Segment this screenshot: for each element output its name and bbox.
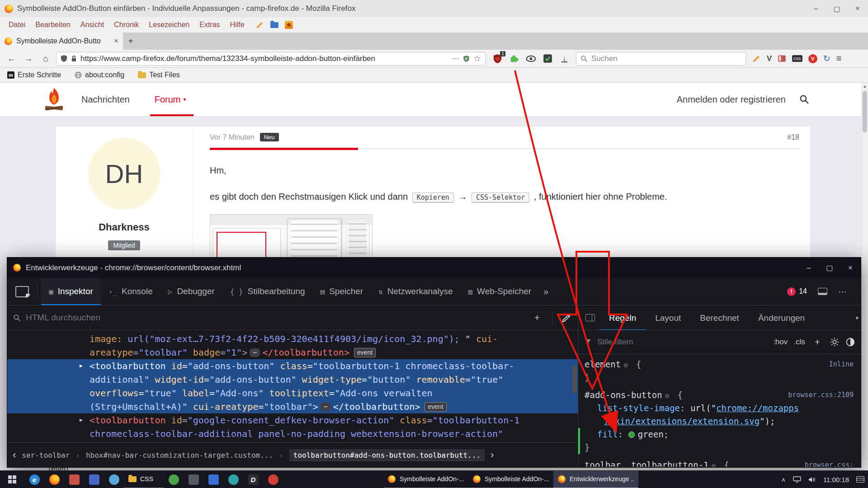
menu-bearbeiten[interactable]: Bearbeiten xyxy=(30,19,75,31)
rule-selector[interactable]: #add-ons-button xyxy=(585,390,662,400)
page-action-shield-icon[interactable] xyxy=(463,55,470,62)
markup-line[interactable]: (Strg+Umschalt+A)" cui-areatype="toolbar… xyxy=(7,400,578,413)
toggle-3-pane-icon[interactable] xyxy=(585,314,595,321)
taskbar-lightblue-app-icon[interactable] xyxy=(104,471,124,488)
devtools-tab-web-speicher[interactable]: ▥Web-Speicher xyxy=(460,278,539,305)
devtools-close-button[interactable]: × xyxy=(840,258,861,278)
filter-placeholder[interactable]: Stile filtern xyxy=(597,338,767,347)
menu-ansicht[interactable]: Ansicht xyxy=(75,19,109,31)
devtools-tab-stilbearbeitung[interactable]: { }Stilbearbeitung xyxy=(222,278,313,305)
node-picker-icon[interactable]: ◤ xyxy=(15,286,29,297)
markup-search-bar[interactable]: HTML durchsuchen + xyxy=(7,305,578,330)
devtools-tab-inspektor[interactable]: ▣Inspektor xyxy=(41,278,101,305)
breadcrumb-scroll-left-icon[interactable]: ‹ xyxy=(13,449,16,461)
highlighter-icon[interactable] xyxy=(752,54,761,63)
menu-lesezeichen[interactable]: Lesezeichen xyxy=(144,19,194,31)
bookmark-test-files[interactable]: Test Files xyxy=(138,71,180,79)
url-overflow-icon[interactable]: ⋯ xyxy=(452,54,459,63)
devtools-menu-icon[interactable]: ⋯ xyxy=(838,286,847,297)
rule-source-link[interactable]: browser.css: xyxy=(805,459,854,467)
markup-line[interactable]: overflows="true" label="Add-ons" tooltip… xyxy=(7,386,578,400)
markup-line[interactable]: ▶<toolbarbutton id="google-consent_defke… xyxy=(7,413,578,427)
taskbar-blue-app-icon[interactable] xyxy=(84,471,104,488)
css-extension-icon[interactable]: css xyxy=(792,55,802,62)
collapsed-content-icon[interactable]: ⋯ xyxy=(250,348,260,357)
rule-selector[interactable]: toolbar .toolbarbutton-1 xyxy=(585,460,709,467)
browser-tab[interactable]: Symbolleiste AddOn-Butto × xyxy=(0,33,123,50)
breadcrumb-item[interactable]: hbox#nav-bar-customization-target.custom… xyxy=(86,451,273,460)
expand-arrow-icon[interactable]: ▶ xyxy=(80,413,83,427)
more-tabs-icon[interactable]: » xyxy=(539,286,553,297)
markup-scrollbar-thumb[interactable] xyxy=(572,366,577,394)
expand-arrow-icon[interactable]: ▶ xyxy=(80,359,83,373)
taskbar-blue-app-2-icon[interactable] xyxy=(203,471,223,488)
collapsed-content-icon[interactable]: ⋯ xyxy=(321,403,331,411)
sidebar-overflow-icon[interactable]: ▾ xyxy=(855,314,859,321)
devtools-tab-netzwerkanalyse[interactable]: ⇅Netzwerkanalyse xyxy=(371,278,460,305)
declaration[interactable]: /skin/extensions/extension.svg"); xyxy=(578,415,861,428)
rule-selector[interactable]: element xyxy=(585,359,621,369)
event-badge[interactable]: event xyxy=(425,402,446,412)
add-rule-button[interactable]: + xyxy=(811,337,824,347)
addons-puzzle-icon[interactable] xyxy=(509,53,519,64)
post-timestamp[interactable]: Vor 7 Minuten xyxy=(210,133,255,141)
light-mode-icon[interactable] xyxy=(830,337,840,347)
maximize-button[interactable]: ▢ xyxy=(826,0,847,17)
author-name[interactable]: Dharkness xyxy=(99,221,150,233)
checkmark-extension-icon[interactable] xyxy=(542,53,553,64)
devtools-minimize-button[interactable]: – xyxy=(798,258,819,278)
taskbar-red-app-icon[interactable] xyxy=(64,471,84,488)
forward-button[interactable]: → xyxy=(22,52,35,66)
eyedropper-icon[interactable] xyxy=(561,312,572,323)
taskbar-teal-app-icon[interactable] xyxy=(223,471,243,488)
breadcrumb-scroll-right-icon[interactable]: › xyxy=(491,449,494,461)
error-indicator[interactable]: ! 14 xyxy=(787,287,807,296)
rule-source-link[interactable]: browser.css:2109 xyxy=(788,389,854,402)
split-console-icon[interactable] xyxy=(818,288,827,295)
scrollbar-thumb[interactable] xyxy=(863,91,867,132)
devtools-tab-debugger[interactable]: ▷Debugger xyxy=(160,278,222,305)
bookmark-erste-schritte[interactable]: m Erste Schritte xyxy=(7,71,61,79)
markup-line[interactable]: image: url("moz-ext…7-73f2-4f22-b509-320… xyxy=(7,332,578,346)
v-extension-icon[interactable]: V xyxy=(767,54,772,63)
declaration[interactable]: list-style-image: url("chrome://mozapps xyxy=(578,402,861,415)
devtools-tab-konsole[interactable]: ›_Konsole xyxy=(101,278,160,305)
back-button[interactable]: ← xyxy=(5,52,18,66)
breadcrumb-item[interactable]: toolbarbutton#add-ons-button.toolbarbutt… xyxy=(289,449,485,461)
markup-line[interactable]: areatype="toolbar" badge="1">⋯</toolbarb… xyxy=(7,346,578,359)
tray-chevron-icon[interactable]: ∧ xyxy=(781,476,786,483)
menu-chronik[interactable]: Chronik xyxy=(109,19,144,31)
taskbar-edge-icon[interactable]: e xyxy=(24,471,44,488)
sidebar-tab-aenderungen[interactable]: Änderungen xyxy=(749,305,815,330)
hamburger-menu-icon[interactable]: ≡ xyxy=(836,53,842,64)
folder-icon[interactable] xyxy=(270,22,278,28)
bookmark-about-config[interactable]: about:config xyxy=(75,71,124,79)
login-link[interactable]: Anmelden oder registrieren xyxy=(677,94,786,105)
lock-icon[interactable] xyxy=(71,55,77,62)
clock[interactable]: 11:00:18 xyxy=(823,476,849,483)
selector-target-icon[interactable]: ◎ xyxy=(665,392,669,399)
ublock-icon[interactable]: 1 xyxy=(492,53,503,64)
menu-extras[interactable]: Extras xyxy=(194,19,225,31)
avatar[interactable]: DH xyxy=(88,137,160,210)
declaration[interactable]: fill: green; xyxy=(578,428,861,441)
pencil-icon[interactable] xyxy=(256,21,264,29)
breadcrumb-item[interactable]: ser-toolbar xyxy=(22,451,70,460)
taskbar-explorer-window[interactable]: CSS xyxy=(124,471,164,488)
taskbar-window-button[interactable]: Symbolleiste AddOn-... xyxy=(383,471,468,488)
download-icon[interactable]: ↓ xyxy=(559,53,570,64)
taskbar-red-app-2-icon[interactable] xyxy=(263,471,283,488)
taskbar-gray-app-icon[interactable] xyxy=(184,471,203,488)
taskbar-d-app-icon[interactable]: D xyxy=(243,471,263,488)
start-button[interactable] xyxy=(0,471,24,488)
tab-close-icon[interactable]: × xyxy=(114,37,118,46)
taskbar-window-button[interactable]: Entwicklerwerkzeuge ... xyxy=(553,471,638,488)
taskbar-green-app-icon[interactable] xyxy=(164,471,184,488)
page-scrollbar[interactable]: ▲ xyxy=(861,83,868,470)
selector-target-icon[interactable]: ◎ xyxy=(712,462,716,467)
post-number[interactable]: #18 xyxy=(787,133,799,141)
taskbar-window-button[interactable]: Symbolleiste AddOn-... xyxy=(468,471,553,488)
red-v-extension-icon[interactable]: V xyxy=(808,54,817,63)
new-tab-button[interactable]: + xyxy=(123,33,138,50)
site-search-icon[interactable] xyxy=(799,94,809,104)
